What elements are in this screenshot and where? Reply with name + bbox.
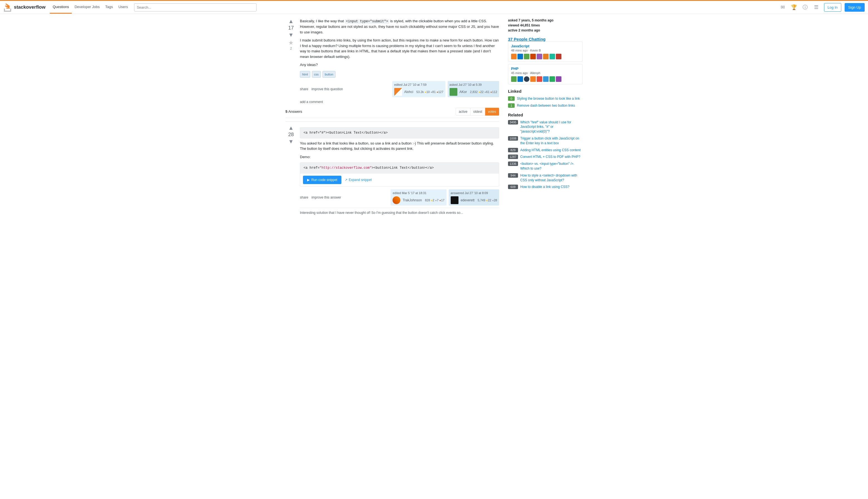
chat-avatar-4 [530, 54, 536, 59]
linked-link-1[interactable]: Remove dash between two button links [517, 103, 575, 108]
answer-code-header-0: <a href="#"><button>Link Text</button></… [300, 127, 499, 138]
stat-asked: asked 7 years, 5 months ago [508, 19, 582, 22]
related-title: Related [508, 112, 582, 117]
tag-css[interactable]: css [312, 71, 321, 78]
inbox-icon-button[interactable]: ✉ [778, 3, 787, 12]
linked-link-0[interactable]: Styling the browse button to look like a… [517, 96, 580, 101]
chat-room-php-link[interactable]: PHP [511, 66, 518, 71]
answer-editor-rep-0: 828 ●2 ●7 ●17 [425, 198, 444, 202]
related-item-4: 1336 <button> vs. <input type="button" /… [508, 161, 582, 171]
login-button[interactable]: Log In [824, 3, 841, 12]
sort-tab-votes[interactable]: votes [485, 108, 499, 115]
tag-button[interactable]: button [323, 71, 336, 78]
asker-name-link[interactable]: AKor [460, 90, 467, 94]
answer-vote-count-0: 28 [288, 132, 294, 137]
asker-rep: 2,832 ●22 ●61 ●112 [470, 90, 497, 94]
question-favorite-button[interactable]: ★ [288, 39, 294, 47]
chat-room-php-avatars [511, 76, 579, 82]
question-author-group: edited Jul 27 '10 at 7:59 Alohci 53.2k ●… [392, 81, 499, 97]
related-badge-5: 944 [508, 173, 518, 178]
linked-item-0: 0 Styling the browse button to look like… [508, 96, 582, 101]
answer-vote-col-0: ▲ 28 ▼ [286, 125, 297, 218]
answer-answerer-avatar-0 [451, 196, 458, 204]
nav-jobs[interactable]: Developer Jobs [72, 1, 102, 14]
nav-tags[interactable]: Tags [102, 1, 115, 14]
answer-meta-0: share improve this answer edited Mar 5 '… [300, 189, 499, 206]
related-link-0[interactable]: Which "href" value should I use for Java… [520, 120, 582, 134]
editor-rep: 53.2k ●10 ●81 ●127 [416, 90, 443, 94]
chat-title-link[interactable]: 37 People Chatting [508, 37, 545, 41]
answer-editor-name-0[interactable]: TrakJohnson [403, 198, 422, 202]
chat-room-js-meta: 48 mins ago · Kevin B [511, 49, 579, 52]
chat-avatar-3 [524, 54, 529, 59]
review-icon-button[interactable]: ☰ [812, 3, 821, 12]
question-asker-box: asked Jul 27 '10 at 5:39 AKor 2,832 ●22 … [448, 81, 499, 97]
chat-avatar-8 [556, 54, 562, 59]
snippet-box-0: <a href="http://stackoverflow.com"><butt… [300, 162, 499, 186]
logo-link[interactable]: stackoverflow [3, 3, 45, 12]
linked-item-1: 1 Remove dash between two button links [508, 103, 582, 108]
related-badge-4: 1336 [508, 161, 518, 166]
php-avatar-4 [530, 76, 536, 82]
question-asker-info: AKor 2,832 ●22 ●61 ●112 [450, 88, 497, 96]
chat-avatar-1 [511, 54, 517, 59]
answer-edit-action-0: edited Mar 5 '17 at 18:31 [392, 191, 444, 195]
related-link-3[interactable]: Convert HTML + CSS to PDF with PHP? [520, 155, 580, 159]
run-snippet-button-0[interactable]: ▶ Run code snippet [303, 176, 341, 184]
question-text-2: I made submit buttons into links, by usi… [300, 38, 499, 59]
nav-users[interactable]: Users [116, 1, 131, 14]
chat-room-js-link[interactable]: JavaScript [511, 44, 529, 48]
editor-name-link[interactable]: Alohci [404, 90, 413, 94]
chat-avatar-5 [537, 54, 542, 59]
answer-improve-link-0[interactable]: improve this answer [311, 195, 341, 199]
sidebar-related-section: Related 3495 Which "href" value should I… [508, 112, 582, 190]
expand-snippet-label: Expand snippet [349, 178, 372, 182]
related-badge-6: 609 [508, 185, 518, 189]
answer-answerer-name-0[interactable]: edeverett [461, 198, 475, 202]
question-editor-info: Alohci 53.2k ●10 ●81 ●127 [394, 88, 443, 96]
related-link-5[interactable]: How to style a <select> dropdown with CS… [520, 173, 582, 183]
asker-avatar [450, 88, 457, 96]
related-badge-2: 829 [508, 148, 518, 152]
answer-next-preview: Interesting solution that I have never t… [300, 208, 499, 215]
php-avatar-7 [550, 76, 555, 82]
question-vote-col: ▲ 17 ▼ ★ 2 [286, 19, 297, 105]
sort-tab-active[interactable]: active [456, 108, 470, 115]
achievements-icon-button[interactable]: 🏆 [790, 3, 798, 12]
related-link-1[interactable]: Trigger a button click with JavaScript o… [520, 136, 582, 146]
expand-snippet-button-0[interactable]: ↗ Expand snippet [345, 178, 372, 182]
sort-tab-oldest[interactable]: oldest [470, 108, 485, 115]
related-badge-3: 1287 [508, 155, 518, 159]
help-icon-button[interactable]: ⓘ [801, 3, 809, 12]
question-upvote-button[interactable]: ▲ [288, 19, 294, 24]
question-downvote-button[interactable]: ▼ [288, 32, 294, 38]
related-link-6[interactable]: How to disable a link using CSS? [520, 185, 569, 189]
php-avatar-8 [556, 76, 562, 82]
answer-demo-label-0: Demo: [300, 154, 499, 160]
answer-downvote-button-0[interactable]: ▼ [288, 139, 294, 144]
related-link-4[interactable]: <button> vs. <input type="button" />. Wh… [520, 161, 582, 171]
add-comment-link[interactable]: add a comment [300, 99, 499, 105]
search-input[interactable] [134, 3, 256, 11]
answer-upvote-button-0[interactable]: ▲ [288, 125, 294, 131]
signup-button[interactable]: Sign Up [845, 3, 865, 12]
main-nav: Questions Developer Jobs Tags Users [50, 1, 130, 14]
answer-answerer-box-0: answered Jul 27 '10 at 8:09 edeverett 5,… [449, 189, 499, 206]
answer-share-link-0[interactable]: share [300, 195, 308, 199]
tag-html[interactable]: html [300, 71, 310, 78]
question-body: Basically, I like the way that <input ty… [300, 19, 499, 105]
chat-room-javascript: JavaScript 48 mins ago · Kevin B [508, 41, 582, 62]
question-text-3: Any ideas? [300, 62, 499, 68]
chat-avatar-2 [517, 54, 523, 59]
answers-title: 5 Answers [286, 109, 302, 114]
chat-room-php-meta: 45 mins ago · Allenph [511, 71, 579, 75]
search-bar [134, 3, 775, 11]
answer-editor-avatar-0 [392, 196, 400, 204]
nav-questions[interactable]: Questions [50, 1, 72, 14]
related-badge-0: 3495 [508, 120, 518, 124]
stat-active: active 2 months ago [508, 28, 582, 32]
related-link-2[interactable]: Adding HTML entities using CSS content [520, 148, 581, 153]
question-improve-link[interactable]: improve this question [311, 87, 343, 91]
question-share-link[interactable]: share [300, 87, 308, 91]
question-favorite-count: 2 [290, 47, 292, 50]
